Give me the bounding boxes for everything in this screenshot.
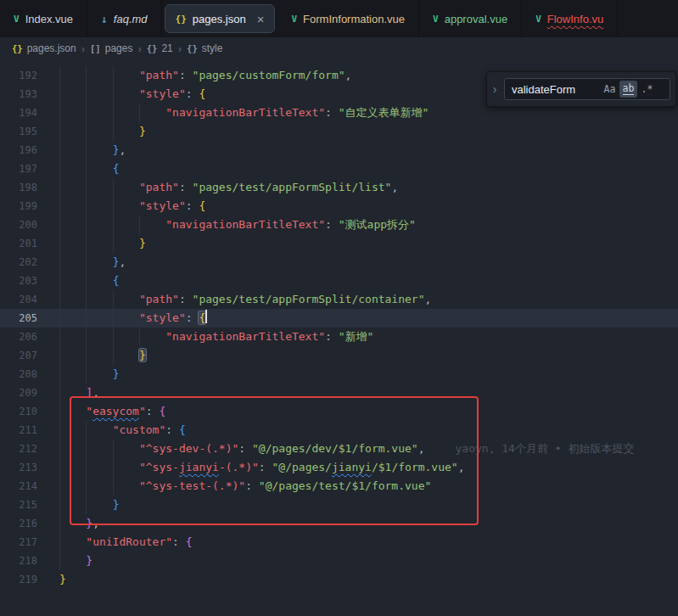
tab-forminformation-vue[interactable]: VFormInformation.vue xyxy=(277,0,419,37)
vue-icon: V xyxy=(291,14,297,25)
close-icon[interactable]: × xyxy=(257,13,265,25)
code-line-205[interactable]: 205 "style": { xyxy=(0,309,678,328)
indent-guide xyxy=(113,178,139,197)
code-line-203[interactable]: 203 { xyxy=(0,272,678,290)
code-text: } xyxy=(59,346,678,365)
tab-faq-md[interactable]: ↓faq.md xyxy=(87,0,162,37)
code-line-195[interactable]: 195 } xyxy=(0,122,678,141)
line-number[interactable]: 198 xyxy=(0,178,37,197)
token: "@/pages/test/$1/form.vue" xyxy=(259,479,432,492)
line-number[interactable]: 202 xyxy=(0,253,37,272)
regex-toggle[interactable]: .* xyxy=(638,81,656,98)
indent-guide xyxy=(86,458,112,477)
line-number[interactable]: 204 xyxy=(0,290,37,309)
tab-flowinfo-vu[interactable]: VFlowInfo.vu xyxy=(522,0,618,37)
token: "pages/customForm/form" xyxy=(193,69,345,81)
code-line-202[interactable]: 202 }, xyxy=(0,253,678,272)
line-number[interactable]: 193 xyxy=(0,85,37,104)
code-line-208[interactable]: 208 } xyxy=(0,365,678,384)
tab-label: faq.md xyxy=(114,13,148,25)
code-line-219[interactable]: 219} xyxy=(0,570,678,589)
token: /$1/form.vue" xyxy=(372,461,458,473)
token: jianyi xyxy=(179,461,219,473)
line-number[interactable]: 196 xyxy=(0,141,37,160)
find-input[interactable] xyxy=(512,83,600,96)
whole-word-toggle[interactable]: ab xyxy=(619,81,637,98)
code-line-216[interactable]: 216 }, xyxy=(0,514,678,533)
code-line-213[interactable]: 213 "^sys-jianyi-(.*)": "@/pages/jianyi/… xyxy=(0,458,678,477)
code-line-211[interactable]: 211 "custom": { xyxy=(0,421,678,440)
breadcrumb-separator: › xyxy=(137,42,141,55)
line-number[interactable]: 218 xyxy=(0,552,37,570)
code-line-198[interactable]: 198 "path": "pages/test/appFormSplit/lis… xyxy=(0,178,678,197)
code-line-204[interactable]: 204 "path": "pages/test/appFormSplit/con… xyxy=(0,290,678,309)
line-number[interactable]: 209 xyxy=(0,384,37,402)
token: } xyxy=(139,125,146,137)
chevron-right-icon[interactable]: › xyxy=(489,82,501,96)
editor-pane[interactable]: 192 "path": "pages/customForm/form",193 … xyxy=(0,59,678,616)
line-number[interactable]: 205 xyxy=(0,309,37,328)
code-line-206[interactable]: 206 "navigationBarTitleText": "新增" xyxy=(0,328,678,346)
indent-guide xyxy=(113,216,139,234)
code-line-212[interactable]: 212 "^sys-dev-(.*)": "@/pages/dev/$1/for… xyxy=(0,440,678,458)
breadcrumb-separator: › xyxy=(178,42,182,55)
line-number[interactable]: 194 xyxy=(0,104,37,122)
code-line-215[interactable]: 215 } xyxy=(0,496,678,514)
line-number[interactable]: 211 xyxy=(0,421,37,440)
token: "自定义表单新增" xyxy=(339,106,429,119)
line-number[interactable]: 214 xyxy=(0,477,37,496)
code-line-209[interactable]: 209 ], xyxy=(0,384,678,402)
indent-guide xyxy=(86,141,112,160)
line-number[interactable]: 210 xyxy=(0,402,37,421)
token: "^sys- xyxy=(139,461,179,473)
breadcrumb-item-pages.json[interactable]: {}pages.json xyxy=(12,42,76,54)
tab-approval-vue[interactable]: Vapproval.vue xyxy=(419,0,522,37)
code-line-210[interactable]: 210 "easycom": { xyxy=(0,402,678,421)
token: "path" xyxy=(139,181,179,193)
code-line-199[interactable]: 199 "style": { xyxy=(0,197,678,216)
indent-guide xyxy=(59,514,86,533)
indent-guide xyxy=(113,309,139,328)
code-line-207[interactable]: 207 } xyxy=(0,346,678,365)
line-number[interactable]: 192 xyxy=(0,66,37,85)
line-number[interactable]: 197 xyxy=(0,160,37,178)
line-number[interactable]: 203 xyxy=(0,272,37,290)
line-number[interactable]: 215 xyxy=(0,496,37,514)
line-number[interactable]: 195 xyxy=(0,122,37,141)
line-number[interactable]: 217 xyxy=(0,533,37,552)
tab-pages-json[interactable]: {}pages.json× xyxy=(165,4,276,33)
line-number[interactable]: 219 xyxy=(0,570,37,589)
line-number[interactable]: 206 xyxy=(0,328,37,346)
indent-guide xyxy=(139,216,165,234)
code-line-217[interactable]: 217 "uniIdRouter": { xyxy=(0,533,678,552)
line-number[interactable]: 213 xyxy=(0,458,37,477)
line-number[interactable]: 212 xyxy=(0,440,37,458)
code-line-214[interactable]: 214 "^sys-test-(.*)": "@/pages/test/$1/f… xyxy=(0,477,678,496)
breadcrumb-item-pages[interactable]: []pages xyxy=(90,42,132,54)
line-number[interactable]: 201 xyxy=(0,234,37,253)
tab-index-vue[interactable]: VIndex.vue xyxy=(0,0,87,37)
code-line-201[interactable]: 201 } xyxy=(0,234,678,253)
code-line-200[interactable]: 200 "navigationBarTitleText": "测试app拆分" xyxy=(0,216,678,234)
line-number[interactable]: 199 xyxy=(0,197,37,216)
token: jianyi xyxy=(332,461,372,473)
breadcrumb-item-21[interactable]: {}21 xyxy=(147,42,173,54)
indent-guide xyxy=(59,402,86,421)
token: , xyxy=(119,143,126,156)
line-number[interactable]: 216 xyxy=(0,514,37,533)
code-line-197[interactable]: 197 { xyxy=(0,160,678,178)
indent-guide xyxy=(86,440,112,458)
breadcrumb-item-style[interactable]: {}style xyxy=(187,42,222,54)
line-number[interactable]: 208 xyxy=(0,365,37,384)
indent-guide xyxy=(113,122,139,141)
token: "path" xyxy=(139,293,179,305)
match-case-toggle[interactable]: Aa xyxy=(601,81,619,98)
indent-guide xyxy=(113,234,139,253)
fold-gutter xyxy=(37,402,59,421)
line-number[interactable]: 207 xyxy=(0,346,37,365)
line-number[interactable]: 200 xyxy=(0,216,37,234)
indent-guide xyxy=(59,290,86,309)
code-line-196[interactable]: 196 }, xyxy=(0,141,678,160)
token: "pages/test/appFormSplit/container" xyxy=(193,293,425,305)
code-line-218[interactable]: 218 } xyxy=(0,552,678,570)
